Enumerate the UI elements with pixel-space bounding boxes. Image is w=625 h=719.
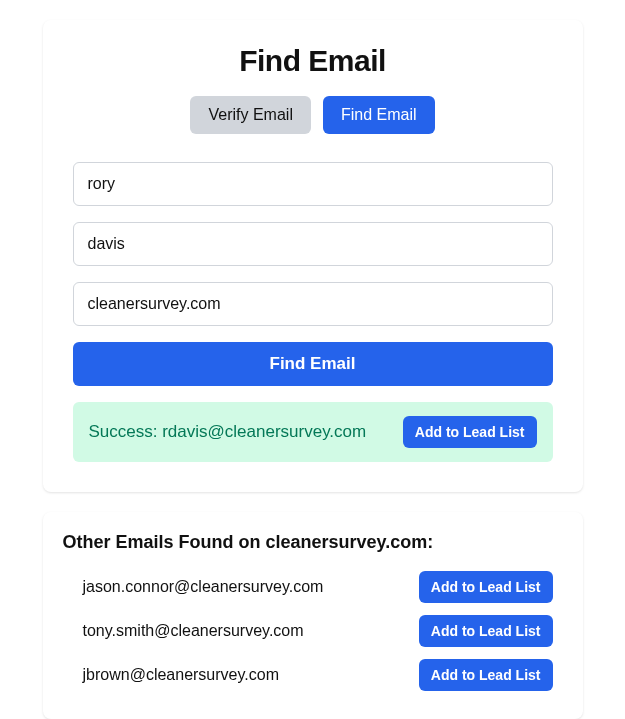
domain-input[interactable] <box>73 282 553 326</box>
page-title: Find Email <box>73 44 553 78</box>
tab-find-email[interactable]: Find Email <box>323 96 435 134</box>
tab-verify-email[interactable]: Verify Email <box>190 96 310 134</box>
other-emails-list: jason.connor@cleanersurvey.com Add to Le… <box>61 567 553 695</box>
success-result-box: Success: rdavis@cleanersurvey.com Add to… <box>73 402 553 462</box>
email-address: jason.connor@cleanersurvey.com <box>83 578 324 596</box>
add-to-lead-list-button[interactable]: Add to Lead List <box>419 615 553 647</box>
tab-row: Verify Email Find Email <box>73 96 553 134</box>
add-to-lead-list-button[interactable]: Add to Lead List <box>419 571 553 603</box>
add-to-lead-list-button[interactable]: Add to Lead List <box>403 416 537 448</box>
other-emails-heading: Other Emails Found on cleanersurvey.com: <box>63 532 553 553</box>
email-row: jbrown@cleanersurvey.com Add to Lead Lis… <box>61 655 553 695</box>
first-name-input[interactable] <box>73 162 553 206</box>
find-email-card: Find Email Verify Email Find Email Find … <box>43 20 583 492</box>
email-address: tony.smith@cleanersurvey.com <box>83 622 304 640</box>
email-address: jbrown@cleanersurvey.com <box>83 666 279 684</box>
other-emails-card: Other Emails Found on cleanersurvey.com:… <box>43 512 583 719</box>
success-message: Success: rdavis@cleanersurvey.com <box>89 422 367 442</box>
find-email-submit-button[interactable]: Find Email <box>73 342 553 386</box>
email-row: tony.smith@cleanersurvey.com Add to Lead… <box>61 611 553 651</box>
add-to-lead-list-button[interactable]: Add to Lead List <box>419 659 553 691</box>
last-name-input[interactable] <box>73 222 553 266</box>
email-row: jason.connor@cleanersurvey.com Add to Le… <box>61 567 553 607</box>
